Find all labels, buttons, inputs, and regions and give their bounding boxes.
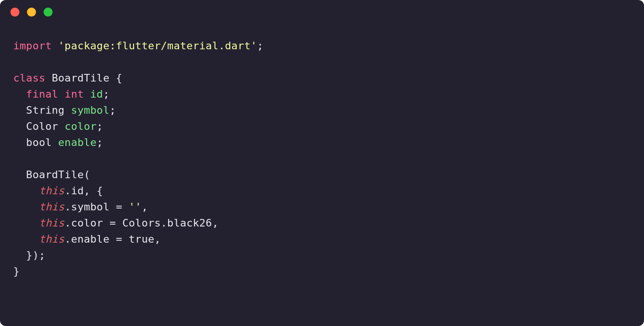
token-keyword: final <box>26 88 64 100</box>
token-punct: } <box>13 265 20 277</box>
code-line: BoardTile( <box>13 167 631 183</box>
code-line: this.enable = true, <box>13 231 631 247</box>
token-plain <box>13 88 26 100</box>
code-line: import 'package:flutter/material.dart'; <box>13 38 631 54</box>
token-type: String <box>13 104 71 116</box>
token-punct: { <box>116 72 123 84</box>
token-type: BoardTile <box>52 72 116 84</box>
token-prop: .id, { <box>64 185 103 197</box>
code-line: String symbol; <box>13 102 631 118</box>
token-ident: id <box>90 88 103 100</box>
token-punct: ; <box>109 104 116 116</box>
token-punct: , <box>142 201 148 213</box>
minimize-icon[interactable] <box>27 8 36 17</box>
token-punct: ; <box>97 120 103 132</box>
zoom-icon[interactable] <box>44 8 53 17</box>
token-punct: ; <box>103 88 110 100</box>
token-prop: .enable = <box>64 233 128 245</box>
code-line: }); <box>13 247 631 263</box>
token-punct: , <box>154 233 161 245</box>
token-ident: color <box>64 120 97 132</box>
token-ident: enable <box>58 136 97 148</box>
token-plain <box>13 201 39 213</box>
code-line <box>13 54 631 70</box>
token-type: bool <box>13 136 58 148</box>
editor-window: import 'package:flutter/material.dart'; … <box>0 0 644 326</box>
code-line: bool enable; <box>13 135 631 151</box>
code-line: } <box>13 263 631 280</box>
titlebar <box>0 0 644 24</box>
token-keyword: import <box>13 40 58 52</box>
code-line <box>13 151 631 167</box>
token-type: Color <box>13 120 64 132</box>
token-keyword: int <box>64 88 90 100</box>
token-keyword: class <box>13 72 52 84</box>
token-this: this <box>39 217 64 229</box>
token-punct: }); <box>13 249 45 261</box>
token-string: 'package:flutter/material.dart' <box>58 40 257 52</box>
code-line: this.symbol = '', <box>13 199 631 215</box>
code-line: final int id; <box>13 86 631 102</box>
token-plain <box>13 233 39 245</box>
token-this: this <box>39 201 64 213</box>
token-bool: true <box>129 233 154 245</box>
close-icon[interactable] <box>10 8 19 17</box>
token-this: this <box>39 185 64 197</box>
token-plain <box>13 217 39 229</box>
token-prop: .symbol = <box>64 201 128 213</box>
code-line: this.color = Colors.black26, <box>13 215 631 231</box>
token-ident: symbol <box>71 104 109 116</box>
token-punct: ; <box>97 136 103 148</box>
token-prop: .color = Colors.black26, <box>64 217 218 229</box>
token-string: '' <box>129 201 142 213</box>
token-plain <box>13 185 39 197</box>
token-punct: ; <box>257 40 264 52</box>
code-line: Color color; <box>13 118 631 135</box>
code-area[interactable]: import 'package:flutter/material.dart'; … <box>0 24 644 280</box>
token-type: BoardTile( <box>13 169 90 181</box>
code-line: class BoardTile { <box>13 70 631 86</box>
token-this: this <box>39 233 64 245</box>
code-line: this.id, { <box>13 183 631 199</box>
